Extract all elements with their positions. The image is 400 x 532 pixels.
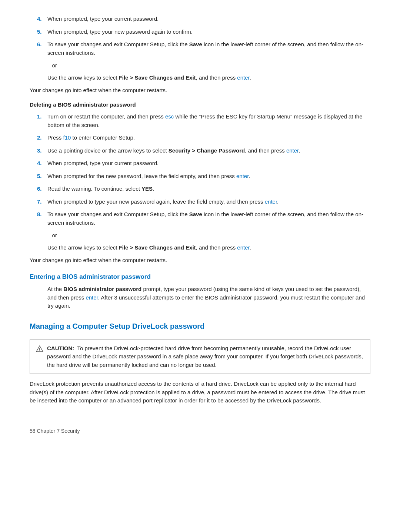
del-list-item-8: 8. To save your changes and exit Compute… xyxy=(30,210,370,227)
enter-link-entering: enter xyxy=(86,294,98,301)
del-step-content-8: To save your changes and exit Computer S… xyxy=(47,210,370,227)
or-divider-2: – or – xyxy=(47,231,370,240)
top-list-item-4: 4. When prompted, type your current pass… xyxy=(30,15,370,23)
svg-text:!: ! xyxy=(39,347,40,351)
deleting-list: 1. Turn on or restart the computer, and … xyxy=(30,113,370,227)
step-num-5: 5. xyxy=(37,28,47,36)
del-step-num-4: 4. xyxy=(37,159,47,168)
step-content-5: When prompted, type your new password ag… xyxy=(47,28,370,36)
del-step-num-8: 8. xyxy=(37,210,47,227)
or-divider-1: – or – xyxy=(47,61,370,70)
step-num-4: 4. xyxy=(37,15,47,23)
del-step-num-7: 7. xyxy=(37,198,47,206)
enter-link-del7: enter xyxy=(265,198,277,205)
del-step-num-6: 6. xyxy=(37,185,47,193)
del-step-num-1: 1. xyxy=(37,113,47,129)
del-list-item-7: 7. When prompted to type your new passwo… xyxy=(30,198,370,206)
caution-icon: ! xyxy=(36,345,43,369)
del-step-num-5: 5. xyxy=(37,172,47,181)
top-list: 4. When prompted, type your current pass… xyxy=(30,15,370,57)
caution-label: CAUTION: xyxy=(47,345,74,351)
del-list-item-1: 1. Turn on or restart the computer, and … xyxy=(30,113,370,129)
top-list-item-6: 6. To save your changes and exit Compute… xyxy=(30,40,370,57)
your-changes-1: Your changes go into effect when the com… xyxy=(30,86,370,95)
del-step-num-2: 2. xyxy=(37,134,47,142)
enter-link-1: enter xyxy=(237,74,249,81)
del-step-content-2: Press f10 to enter Computer Setup. xyxy=(47,134,370,142)
del-step-content-1: Turn on or restart the computer, and the… xyxy=(47,113,370,129)
esc-link: esc xyxy=(165,113,174,120)
managing-heading: Managing a Computer Setup DriveLock pass… xyxy=(30,321,370,334)
enter-link-del5: enter xyxy=(236,173,249,179)
step-num-6: 6. xyxy=(37,40,47,57)
del-step-content-6: Read the warning. To continue, select YE… xyxy=(47,185,370,193)
entering-para: At the BIOS administrator password promp… xyxy=(47,285,370,310)
caution-body: To prevent the DriveLock-protected hard … xyxy=(47,345,363,368)
del-step-content-4: When prompted, type your current passwor… xyxy=(47,159,370,168)
step-content-6: To save your changes and exit Computer S… xyxy=(47,40,370,57)
arrow-instruction-2: Use the arrow keys to select File > Save… xyxy=(47,244,370,252)
deleting-heading: Deleting a BIOS administrator password xyxy=(30,101,370,109)
caution-box: ! CAUTION: To prevent the DriveLock-prot… xyxy=(30,339,370,374)
del-list-item-2: 2. Press f10 to enter Computer Setup. xyxy=(30,134,370,142)
del-list-item-6: 6. Read the warning. To continue, select… xyxy=(30,185,370,193)
del-step-content-5: When prompted for the new password, leav… xyxy=(47,172,370,181)
del-step-num-3: 3. xyxy=(37,147,47,155)
f10-link: f10 xyxy=(63,134,71,141)
your-changes-2: Your changes go into effect when the com… xyxy=(30,256,370,265)
del-list-item-4: 4. When prompted, type your current pass… xyxy=(30,159,370,168)
page-footer: 58 Chapter 7 Security xyxy=(30,427,370,435)
enter-link-del3: enter xyxy=(286,147,299,154)
enter-link-2: enter xyxy=(237,244,249,251)
top-list-item-5: 5. When prompted, type your new password… xyxy=(30,28,370,36)
entering-heading: Entering a BIOS administrator password xyxy=(30,272,370,282)
del-list-item-5: 5. When prompted for the new password, l… xyxy=(30,172,370,181)
step-content-4: When prompted, type your current passwor… xyxy=(47,15,370,23)
arrow-instruction-1: Use the arrow keys to select File > Save… xyxy=(47,74,370,82)
drivelock-para: DriveLock protection prevents unauthoriz… xyxy=(30,380,370,405)
del-step-content-3: Use a pointing device or the arrow keys … xyxy=(47,147,370,155)
caution-text: CAUTION: To prevent the DriveLock-protec… xyxy=(47,344,364,369)
del-step-content-7: When prompted to type your new password … xyxy=(47,198,370,206)
del-list-item-3: 3. Use a pointing device or the arrow ke… xyxy=(30,147,370,155)
